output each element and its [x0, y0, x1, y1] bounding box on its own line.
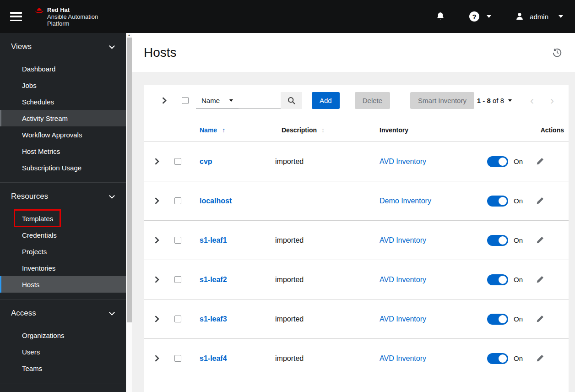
sidebar-item-templates[interactable]: Templates: [0, 210, 126, 227]
host-name-link[interactable]: cvp: [200, 158, 212, 165]
row-checkbox[interactable]: [174, 197, 181, 204]
row-checkbox[interactable]: [174, 276, 181, 283]
edit-host-pencil-icon[interactable]: [536, 236, 544, 244]
column-header-name[interactable]: Name ↑: [200, 126, 225, 134]
help-menu-button[interactable]: ?: [469, 11, 491, 22]
toggle-state-label: On: [514, 197, 523, 205]
host-description: imported: [275, 158, 380, 166]
nav-toggle-hamburger-icon[interactable]: [10, 12, 22, 21]
sidebar-item-jobs[interactable]: Jobs: [0, 77, 126, 93]
row-checkbox[interactable]: [174, 355, 181, 362]
sidebar-section-header-resources[interactable]: Resources: [0, 186, 126, 207]
sidebar-item-teams[interactable]: Teams: [0, 360, 126, 376]
column-header-description[interactable]: Description ↕: [282, 126, 325, 134]
delete-button[interactable]: Delete: [355, 92, 390, 109]
sidebar-sections: Views Dashboard Jobs Schedules Activity …: [0, 33, 126, 383]
pagination-next-icon[interactable]: ›: [550, 96, 554, 105]
table-body: cvp imported AVD Inventory On localhost …: [144, 142, 569, 378]
smart-inventory-button[interactable]: Smart Inventory: [410, 92, 474, 109]
row-expand-chevron-icon[interactable]: [154, 237, 159, 244]
host-enabled-toggle[interactable]: [487, 196, 508, 207]
row-expand-chevron-icon[interactable]: [154, 276, 159, 283]
edit-host-pencil-icon[interactable]: [536, 315, 544, 323]
sidebar-item-activity-stream[interactable]: Activity Stream: [0, 110, 126, 126]
host-name-link[interactable]: s1-leaf1: [200, 236, 227, 244]
username-label: admin: [530, 13, 548, 21]
sidebar-section-header-views[interactable]: Views: [0, 37, 126, 57]
pagination-menu-button[interactable]: 1 - 8 of 8: [477, 97, 512, 104]
row-expand-chevron-icon[interactable]: [154, 355, 159, 362]
sidebar-item-host-metrics[interactable]: Host Metrics: [0, 143, 126, 159]
sidebar-scrollbar[interactable]: ▲: [126, 33, 132, 392]
chevron-down-icon: [109, 43, 115, 49]
masthead: Red Hat Ansible Automation Platform ? ad…: [0, 0, 575, 33]
hosts-card: Name Add Delete Smart Inventory 1 - 8: [144, 85, 569, 392]
row-expand-chevron-icon[interactable]: [154, 316, 159, 322]
expand-all-chevron-icon[interactable]: [162, 97, 167, 104]
toggle-state-label: On: [514, 315, 523, 323]
host-enabled-toggle[interactable]: [487, 235, 508, 246]
sidebar-scrollbar-thumb[interactable]: [127, 38, 132, 322]
host-enabled-toggle[interactable]: [487, 314, 508, 325]
sidebar-item-schedules[interactable]: Schedules: [0, 93, 126, 110]
table-row: s1-leaf1 imported AVD Inventory On: [144, 221, 569, 260]
host-name-link[interactable]: s1-leaf4: [200, 354, 227, 362]
select-all-checkbox[interactable]: [182, 97, 189, 104]
edit-host-pencil-icon[interactable]: [536, 158, 544, 165]
inventory-link[interactable]: AVD Inventory: [380, 236, 426, 244]
host-enabled-toggle[interactable]: [487, 156, 508, 167]
brand-line-2: Ansible Automation: [47, 13, 98, 20]
row-expand-chevron-icon[interactable]: [154, 197, 159, 204]
host-enabled-toggle[interactable]: [487, 353, 508, 364]
search-input[interactable]: [239, 92, 281, 109]
toggle-state-label: On: [514, 276, 523, 283]
inventory-link[interactable]: AVD Inventory: [380, 276, 426, 283]
chevron-down-icon: [229, 99, 233, 102]
host-enabled-toggle[interactable]: [487, 274, 508, 285]
sidebar-section: Resources Templates Credentials Projects…: [0, 183, 126, 299]
sidebar-item-hosts[interactable]: Hosts: [0, 276, 126, 293]
edit-host-pencil-icon[interactable]: [536, 354, 544, 362]
search-attribute-select[interactable]: Name: [196, 92, 239, 109]
search-submit-button[interactable]: [281, 92, 302, 109]
edit-host-pencil-icon[interactable]: [536, 197, 544, 205]
magnifier-icon: [288, 97, 296, 105]
row-checkbox[interactable]: [174, 158, 181, 165]
sidebar-item-dashboard[interactable]: Dashboard: [0, 60, 126, 77]
sidebar-nav: Views Dashboard Jobs Schedules Activity …: [0, 33, 132, 392]
sidebar-item-credentials[interactable]: Credentials: [0, 227, 126, 243]
row-checkbox[interactable]: [174, 316, 181, 322]
chevron-down-icon: [487, 15, 491, 18]
sidebar-item-workflow-approvals[interactable]: Workflow Approvals: [0, 126, 126, 143]
sidebar-item-users[interactable]: Users: [0, 343, 126, 360]
sort-unsorted-icon: ↕: [321, 126, 325, 134]
sidebar-item-inventories[interactable]: Inventories: [0, 260, 126, 276]
table-row: cvp imported AVD Inventory On: [144, 142, 569, 181]
sidebar-section-title: Views: [11, 42, 32, 51]
row-checkbox[interactable]: [174, 237, 181, 244]
row-expand-chevron-icon[interactable]: [154, 158, 159, 165]
host-name-link[interactable]: s1-leaf2: [200, 276, 227, 283]
redhat-fedora-icon: [35, 6, 44, 14]
sidebar-section-header-access[interactable]: Access: [0, 303, 126, 323]
host-description: imported: [275, 315, 380, 323]
inventory-link[interactable]: AVD Inventory: [380, 158, 426, 165]
sidebar-item-projects[interactable]: Projects: [0, 243, 126, 260]
inventory-link[interactable]: AVD Inventory: [380, 354, 426, 362]
inventory-link[interactable]: Demo Inventory: [380, 197, 431, 205]
add-button[interactable]: Add: [312, 92, 340, 109]
scroll-up-arrow-icon[interactable]: ▲: [126, 33, 132, 38]
host-name-link[interactable]: s1-leaf3: [200, 315, 227, 323]
user-menu-button[interactable]: admin: [515, 12, 563, 21]
sidebar-section-title: Access: [11, 309, 36, 318]
notifications-bell-icon[interactable]: [435, 11, 445, 22]
inventory-link[interactable]: AVD Inventory: [380, 315, 426, 323]
pagination-prev-icon[interactable]: ‹: [530, 96, 534, 105]
edit-host-pencil-icon[interactable]: [536, 276, 544, 283]
host-name-link[interactable]: localhost: [200, 197, 232, 205]
sidebar-item-organizations[interactable]: Organizations: [0, 327, 126, 343]
sidebar-item-subscription-usage[interactable]: Subscription Usage: [0, 159, 126, 176]
column-header-inventory: Inventory: [380, 126, 487, 134]
activity-history-icon[interactable]: [552, 48, 562, 58]
search-attribute-label: Name: [201, 97, 220, 104]
